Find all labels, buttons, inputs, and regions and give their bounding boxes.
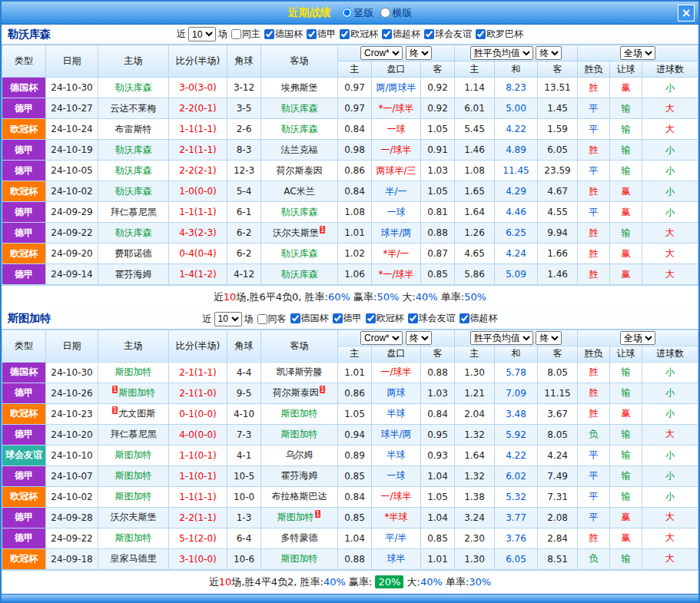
league-filter-德国杯[interactable]: 德国杯 (287, 312, 329, 325)
odds-home-cell: 1.01 (338, 362, 372, 383)
goals-cell: 小 (642, 445, 698, 466)
odds-away-cell: 0.95 (421, 424, 455, 445)
league-checkbox[interactable] (264, 29, 274, 39)
col-odds-home: 主 (338, 346, 372, 362)
result-cell: 平 (578, 507, 610, 528)
league-checkbox[interactable] (340, 29, 350, 39)
col-score: 比分(半场) (169, 45, 227, 78)
horizontal-radio[interactable] (380, 8, 390, 18)
league-checkbox[interactable] (366, 313, 376, 323)
avg-home-cell: 1.65 (455, 181, 495, 202)
competition-badge: 德甲 (2, 223, 46, 244)
odds-time-select[interactable]: 终 (406, 331, 432, 345)
league-checkbox[interactable] (408, 313, 418, 323)
avg-draw-cell: 5.00 (495, 98, 538, 119)
result-cell: 平 (578, 486, 610, 507)
handicap-cell: *一/球半 (372, 98, 421, 119)
league-checkbox[interactable] (476, 29, 486, 39)
competition-badge: 德国杯 (2, 78, 46, 98)
scope-select[interactable]: 全场 (620, 331, 655, 345)
same-venue-checkbox[interactable] (231, 29, 241, 39)
avg-draw-cell: 3.76 (495, 528, 538, 548)
competition-badge: 德甲 (2, 264, 46, 285)
match-row: 德甲24-09-28沃尔夫斯堡2-2(1-1)1-3斯图加特10.85*半球1.… (2, 507, 698, 528)
league-label: 德国杯 (275, 28, 303, 41)
league-filter-球会友谊[interactable]: 球会友谊 (420, 28, 472, 41)
handicap-result-cell: 输 (610, 383, 642, 403)
league-filter-德甲[interactable]: 德甲 (329, 312, 362, 325)
layout-vertical-option[interactable]: 竖版 (342, 6, 374, 20)
away-team-cell: 勒沃库森 (261, 264, 338, 285)
layout-horizontal-option[interactable]: 横版 (380, 6, 413, 20)
avg-draw-cell: 4.46 (495, 202, 538, 223)
score-cell: 2-1(1-1) (169, 362, 227, 383)
league-checkbox[interactable] (382, 29, 392, 39)
avg-home-cell: 4.65 (455, 244, 495, 264)
competition-badge: 德甲 (2, 424, 46, 445)
same-venue-filter[interactable]: 同主 (227, 28, 260, 41)
league-filter-欧罗巴杯[interactable]: 欧罗巴杯 (472, 28, 523, 41)
vertical-radio[interactable] (342, 8, 352, 18)
odds-company-select[interactable]: Crow* (360, 331, 403, 345)
same-venue-checkbox[interactable] (257, 314, 267, 324)
home-team-cell: 斯图加特 (98, 445, 169, 466)
league-filter-德国杯[interactable]: 德国杯 (260, 28, 303, 41)
league-filter-德超杯[interactable]: 德超杯 (378, 28, 420, 41)
near-label: 近 (203, 313, 212, 326)
goals-cell: 大 (642, 424, 698, 445)
recent-count-select[interactable]: 10 (214, 312, 242, 326)
away-team-cell: 斯图加特 (261, 424, 338, 445)
league-filter-德超杯[interactable]: 德超杯 (456, 312, 498, 325)
recent-count-select[interactable]: 10 (188, 27, 216, 41)
close-button[interactable]: × (678, 5, 695, 22)
league-checkbox[interactable] (459, 313, 469, 323)
match-date: 24-10-24 (46, 119, 98, 140)
handicap-result-cell: 赢 (610, 78, 642, 98)
avg-draw-cell: 3.48 (495, 403, 538, 424)
avg-time-select[interactable]: 终 (536, 331, 562, 345)
avg-type-select[interactable]: 胜平负均值 (470, 331, 533, 345)
stat-segment: 赢率: (350, 291, 377, 303)
odds-time-select[interactable]: 终 (406, 46, 432, 60)
scope-group-header: 全场 (578, 330, 698, 346)
away-team-cell: 斯图加特 (261, 548, 338, 569)
scope-group-header: 全场 (578, 45, 698, 61)
col-avg-home: 主 (455, 346, 495, 362)
avg-time-select[interactable]: 终 (536, 46, 562, 60)
away-team-cell: 斯图加特1 (261, 507, 338, 528)
rank-badge: 1 (112, 406, 118, 414)
corner-cell: 2-6 (227, 119, 261, 140)
avg-away-cell: 13.51 (538, 78, 578, 98)
league-checkbox[interactable] (290, 313, 300, 323)
scope-select[interactable]: 全场 (620, 46, 655, 60)
odds-home-cell: 1.05 (338, 403, 372, 424)
competition-badge: 德甲 (2, 383, 46, 403)
league-checkbox[interactable] (307, 29, 317, 39)
col-handicap: 盘口 (372, 61, 421, 78)
league-filter-欧冠杯[interactable]: 欧冠杯 (336, 28, 378, 41)
odds-company-select[interactable]: Crow* (360, 46, 403, 60)
section-header: 斯图加特 近 10 场 同客 德国杯德甲欧冠杯球会友谊德超杯 (2, 310, 698, 330)
avg-draw-cell: 3.77 (495, 507, 538, 528)
avg-type-select[interactable]: 胜平负均值 (470, 46, 533, 60)
avg-away-cell: 8.05 (538, 424, 578, 445)
stat-segment: 40% (420, 576, 443, 588)
league-filter-欧冠杯[interactable]: 欧冠杯 (362, 312, 404, 325)
league-label: 欧冠杯 (350, 28, 378, 41)
league-checkbox[interactable] (424, 29, 434, 39)
match-row: 德甲24-10-261斯图加特2-1(1-0)9-5荷尔斯泰因10.86两球1.… (2, 383, 698, 403)
same-venue-filter[interactable]: 同客 (254, 313, 287, 326)
league-checkbox[interactable] (333, 313, 343, 323)
league-filter-德甲[interactable]: 德甲 (303, 28, 336, 41)
handicap-cell: 球半/两 (372, 223, 421, 244)
league-filter-球会友谊[interactable]: 球会友谊 (404, 312, 456, 325)
team-section-stuttgart: 斯图加特 近 10 场 同客 德国杯德甲欧冠杯球会友谊德超杯 (2, 310, 698, 595)
handicap-cell: 两球半/三 (372, 161, 421, 181)
away-team-cell: 多特蒙德 (261, 528, 338, 548)
home-team-cell: 皇家马德里 (98, 548, 169, 569)
odds-home-cell: 1.08 (338, 202, 372, 223)
handicap-cell: *半/一 (372, 244, 421, 264)
league-label: 德甲 (317, 28, 336, 41)
rank-badge: 1 (320, 226, 326, 234)
corner-cell: 12-3 (227, 161, 261, 181)
